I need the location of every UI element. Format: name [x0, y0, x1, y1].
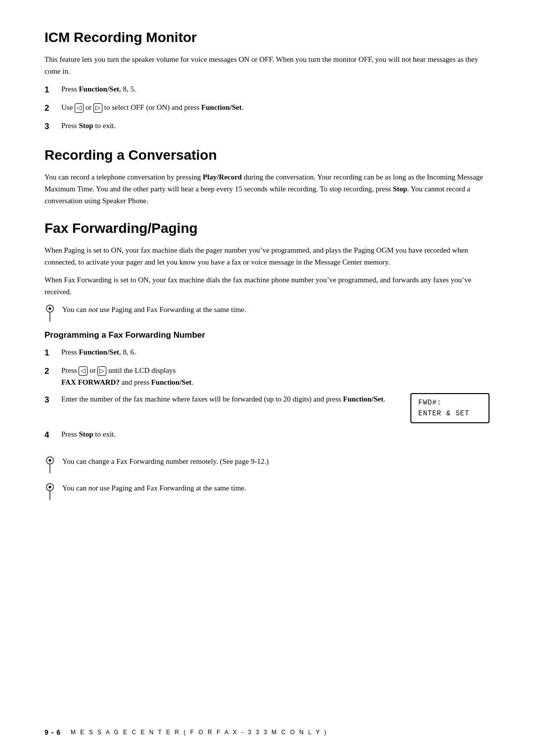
- note-block-3: You can not use Paging and Fax Forwardin…: [44, 482, 490, 501]
- subsection-programming-fax: Programming a Fax Forwarding Number 1 Pr…: [44, 330, 490, 442]
- fax-step-1-bold: Function/Set: [79, 348, 119, 356]
- section-icm-recording-monitor: ICM Recording Monitor This feature lets …: [44, 30, 490, 133]
- note-italic-1: not: [89, 306, 98, 313]
- note-text-3: You can not use Paging and Fax Forwardin…: [62, 482, 490, 494]
- recording-body: You can record a telephone conversation …: [44, 171, 490, 207]
- fax-step-1-content: Press Function/Set, 8, 6.: [61, 346, 490, 358]
- footer: 9 - 6 M E S S A G E C E N T E R ( F O R …: [44, 728, 490, 736]
- step-num-1: 1: [44, 83, 58, 96]
- lcd-line-2: ENTER & SET: [418, 408, 482, 419]
- fax-forward-bold: FAX FORWARD?: [61, 378, 120, 386]
- note-text-2: You can change a Fax Forwarding number r…: [62, 455, 490, 467]
- note-icon-3: [44, 483, 55, 501]
- lcd-display: FWD#: ENTER & SET: [410, 393, 490, 423]
- section-fax-forwarding-paging: Fax Forwarding/Paging When Paging is set…: [44, 221, 490, 501]
- fax-step-3-bold: Function/Set: [343, 395, 384, 403]
- right-arrow-icon: ▷: [93, 103, 102, 113]
- svg-point-9: [48, 486, 51, 488]
- step-2-content: Use ◁ or ▷ to select OFF (or ON) and pre…: [61, 101, 490, 113]
- fax-para-2: When Fax Forwarding is set to ON, your f…: [44, 274, 490, 298]
- step-3-content: Press Stop to exit.: [61, 120, 490, 132]
- fax-step-2-funcset-bold: Function/Set: [151, 378, 192, 386]
- fax-step-num-4: 4: [44, 428, 58, 442]
- icm-intro: This feature lets you turn the speaker v…: [44, 53, 490, 77]
- fax-steps: 1 Press Function/Set, 8, 6. 2 Press ◁ or…: [44, 346, 490, 442]
- fax-step-4-bold: Stop: [79, 430, 93, 438]
- fax-step-4-content: Press Stop to exit.: [61, 428, 490, 440]
- fax-step-3-text: Enter the number of the fax machine wher…: [61, 393, 399, 405]
- note-italic-3: not: [89, 484, 98, 492]
- heading-programming-fax: Programming a Fax Forwarding Number: [44, 330, 490, 340]
- step-num-3: 3: [44, 120, 58, 133]
- fax-para-1: When Paging is set to ON, your fax machi…: [44, 244, 490, 268]
- fax-step-3-content: Enter the number of the fax machine wher…: [61, 393, 490, 423]
- step-num-2: 2: [44, 101, 58, 115]
- step-1-bold: Function/Set: [79, 85, 119, 93]
- heading-recording-conversation: Recording a Conversation: [44, 147, 490, 163]
- fax-step-4: 4 Press Stop to exit.: [44, 428, 490, 442]
- icm-steps: 1 Press Function/Set, 8, 5. 2 Use ◁ or ▷…: [44, 83, 490, 133]
- note-block-1: You can not use Paging and Fax Forwardin…: [44, 304, 490, 322]
- stop-bold: Stop: [393, 185, 407, 193]
- lcd-line-1: FWD#:: [418, 397, 482, 408]
- fax-step-num-3: 3: [44, 393, 58, 406]
- fax-step-3: 3 Enter the number of the fax machine wh…: [44, 393, 490, 423]
- icm-step-1: 1 Press Function/Set, 8, 5.: [44, 83, 490, 96]
- fax-step-2-content: Press ◁ or ▷ until the LCD displays FAX …: [61, 364, 490, 388]
- note-icon-2: [44, 456, 55, 474]
- fax-step-num-2: 2: [44, 364, 58, 378]
- play-record-bold: Play/Record: [203, 173, 242, 181]
- note-block-2: You can change a Fax Forwarding number r…: [44, 455, 490, 474]
- svg-point-3: [48, 307, 51, 310]
- page: ICM Recording Monitor This feature lets …: [0, 0, 534, 756]
- heading-icm-recording-monitor: ICM Recording Monitor: [44, 30, 490, 45]
- step-2-bold: Function/Set: [201, 103, 242, 111]
- svg-point-6: [48, 459, 51, 461]
- fax-left-arrow-icon: ◁: [79, 366, 88, 376]
- left-arrow-icon: ◁: [75, 103, 84, 113]
- note-text-1: You can not use Paging and Fax Forwardin…: [62, 304, 490, 315]
- icm-step-2: 2 Use ◁ or ▷ to select OFF (or ON) and p…: [44, 101, 490, 115]
- footer-text: M E S S A G E C E N T E R ( F O R F A X …: [71, 729, 328, 736]
- step-3-bold: Stop: [79, 122, 93, 130]
- footer-page-num: 9 - 6: [44, 728, 61, 736]
- fax-step-1: 1 Press Function/Set, 8, 6.: [44, 346, 490, 359]
- fax-step-num-1: 1: [44, 346, 58, 359]
- note-icon-1: [44, 305, 55, 322]
- heading-fax-forwarding-paging: Fax Forwarding/Paging: [44, 221, 490, 236]
- icm-step-3: 3 Press Stop to exit.: [44, 120, 490, 133]
- fax-step-2: 2 Press ◁ or ▷ until the LCD displays FA…: [44, 364, 490, 388]
- step-1-content: Press Function/Set, 8, 5.: [61, 83, 490, 95]
- fax-right-arrow-icon: ▷: [97, 366, 106, 376]
- section-recording-conversation: Recording a Conversation You can record …: [44, 147, 490, 207]
- fax-step-3-row: Enter the number of the fax machine wher…: [61, 393, 490, 423]
